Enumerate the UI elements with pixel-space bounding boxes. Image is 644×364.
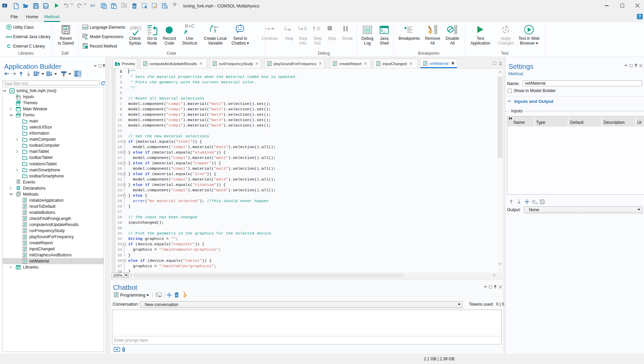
- svg-text:a=: a=: [85, 37, 88, 40]
- svg-text:A: A: [11, 89, 13, 93]
- svg-text:T: T: [214, 29, 217, 34]
- svg-text:B+C: B+C: [185, 23, 195, 29]
- svg-text:ABC: ABC: [83, 26, 89, 29]
- svg-text:a=: a=: [214, 24, 219, 29]
- svg-text:[ABC]: [ABC]: [130, 26, 141, 30]
